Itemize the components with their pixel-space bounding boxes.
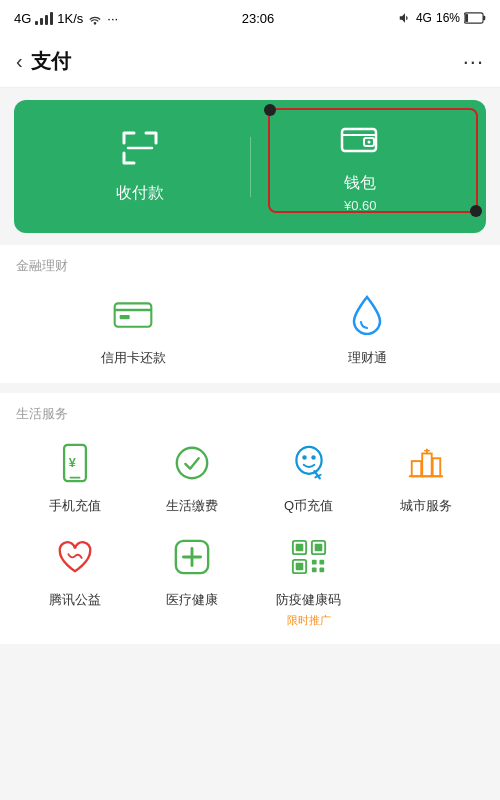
- svg-rect-1: [483, 16, 485, 20]
- wallet-item[interactable]: 钱包 ¥0.60: [251, 120, 471, 213]
- page-header: ‹ 支付 ···: [0, 36, 500, 88]
- svg-point-14: [296, 447, 321, 474]
- covid-sublabel: 限时推广: [287, 613, 331, 628]
- svg-point-16: [311, 455, 316, 460]
- signal-bars: [35, 12, 53, 25]
- finance-section-title: 金融理财: [16, 257, 484, 275]
- status-right: 4G 16%: [398, 11, 486, 25]
- page-title: 支付: [31, 48, 71, 75]
- mobile-topup-item[interactable]: ¥ 手机充值: [16, 437, 133, 515]
- qcoin-label: Q币充值: [284, 497, 333, 515]
- bar1: [35, 21, 38, 25]
- svg-rect-34: [311, 560, 316, 565]
- ellipsis: ···: [107, 11, 118, 26]
- city-label: 城市服务: [400, 497, 452, 515]
- credit-icon-wrap: [107, 289, 159, 341]
- life-service-section: 生活服务 ¥ 手机充值 生活缴费: [0, 393, 500, 644]
- svg-rect-36: [311, 567, 316, 572]
- life-fee-item[interactable]: 生活缴费: [133, 437, 250, 515]
- wallet-balance: ¥0.60: [344, 198, 377, 213]
- svg-rect-19: [411, 461, 421, 476]
- svg-rect-35: [319, 560, 324, 565]
- life-icon-wrap: [166, 437, 218, 489]
- charity-icon-wrap: [49, 531, 101, 583]
- bar2: [40, 18, 43, 25]
- bar3: [45, 15, 48, 25]
- credit-label: 信用卡还款: [101, 349, 166, 367]
- mobile-label: 手机充值: [49, 497, 101, 515]
- wifi-icon: [87, 11, 103, 25]
- 4g-label: 4G: [416, 11, 432, 25]
- payment-card: 收付款 钱包 ¥0.60: [14, 100, 486, 233]
- covid-icon-wrap: [283, 531, 335, 583]
- time: 23:06: [242, 11, 275, 26]
- invest-label: 理财通: [348, 349, 387, 367]
- health-item[interactable]: 医疗健康: [133, 531, 250, 609]
- city-icon-wrap: [400, 437, 452, 489]
- receive-payment-item[interactable]: 收付款: [30, 129, 250, 204]
- signal-text: 4G: [14, 11, 31, 26]
- svg-point-15: [302, 455, 307, 460]
- finance-section: 金融理财 信用卡还款 理财通: [0, 245, 500, 383]
- status-left: 4G 1K/s ···: [14, 11, 118, 26]
- covid-label: 防疫健康码: [276, 591, 341, 609]
- health-icon-wrap: [166, 531, 218, 583]
- svg-rect-31: [314, 544, 322, 552]
- life-icon: [173, 444, 211, 482]
- svg-text:¥: ¥: [68, 455, 76, 470]
- svg-rect-4: [342, 129, 376, 151]
- svg-point-6: [368, 141, 371, 144]
- svg-rect-21: [432, 458, 440, 476]
- credit-card-icon: [113, 299, 153, 331]
- life-section-title: 生活服务: [16, 405, 484, 423]
- life-fee-label: 生活缴费: [166, 497, 218, 515]
- highlight-dot-topleft: [264, 104, 276, 116]
- charity-icon: [56, 539, 94, 575]
- charity-item[interactable]: 腾讯公益: [16, 531, 133, 609]
- battery-percent: 16%: [436, 11, 460, 25]
- health-icon: [173, 538, 211, 576]
- network-speed: 1K/s: [57, 11, 83, 26]
- city-icon: [407, 444, 445, 482]
- life-items-row1: ¥ 手机充值 生活缴费: [16, 437, 484, 515]
- svg-rect-37: [319, 567, 324, 572]
- mobile-icon-wrap: ¥: [49, 437, 101, 489]
- highlight-dot-bottomright: [470, 205, 482, 217]
- svg-rect-20: [422, 454, 432, 477]
- svg-rect-29: [295, 544, 303, 552]
- finance-items: 信用卡还款 理财通: [16, 289, 484, 367]
- invest-item[interactable]: 理财通: [250, 289, 484, 367]
- svg-rect-9: [120, 315, 130, 319]
- invest-icon-wrap: [341, 289, 393, 341]
- invest-icon: [350, 295, 384, 335]
- qcoin-icon-wrap: [283, 437, 335, 489]
- bar4: [50, 12, 53, 25]
- scan-icon: [120, 129, 160, 175]
- svg-rect-33: [295, 563, 303, 571]
- mute-icon: [398, 11, 412, 25]
- covid-icon: [290, 538, 328, 576]
- battery-icon: [464, 12, 486, 24]
- charity-label: 腾讯公益: [49, 591, 101, 609]
- qcoin-icon: [291, 444, 327, 482]
- back-button[interactable]: ‹: [16, 50, 23, 73]
- health-label: 医疗健康: [166, 591, 218, 609]
- svg-rect-7: [115, 303, 152, 326]
- city-item[interactable]: 城市服务: [367, 437, 484, 515]
- svg-rect-2: [465, 14, 468, 22]
- svg-point-13: [176, 448, 206, 478]
- more-button[interactable]: ···: [463, 49, 484, 75]
- covid-item[interactable]: 防疫健康码 限时推广: [250, 531, 367, 628]
- status-bar: 4G 1K/s ··· 23:06 4G 16%: [0, 0, 500, 36]
- mobile-icon: ¥: [61, 443, 89, 483]
- wallet-icon: [340, 120, 380, 165]
- life-items-row2: 腾讯公益 医疗健康: [16, 531, 484, 628]
- receive-label: 收付款: [116, 183, 164, 204]
- credit-card-item[interactable]: 信用卡还款: [16, 289, 250, 367]
- wallet-label: 钱包: [344, 173, 376, 194]
- qcoin-item[interactable]: Q币充值: [250, 437, 367, 515]
- header-left: ‹ 支付: [16, 48, 71, 75]
